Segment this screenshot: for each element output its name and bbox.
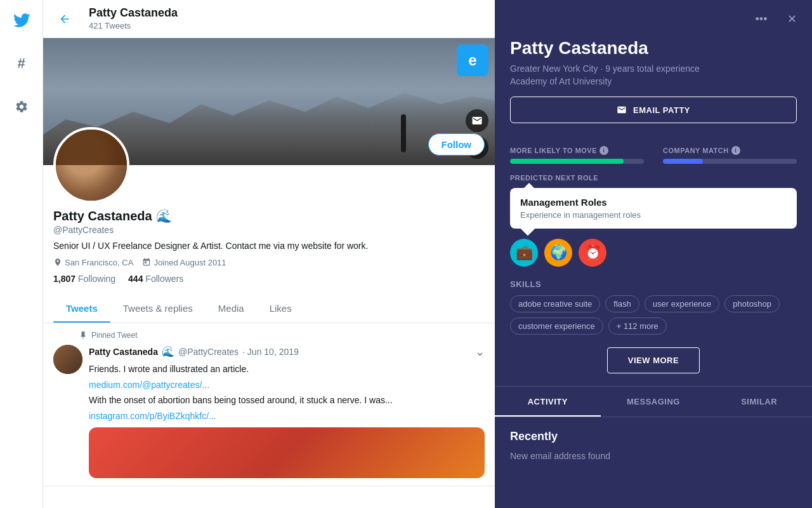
role-desc: Experience in management roles: [520, 210, 787, 220]
email-patty-button[interactable]: EMAIL PATTY: [510, 97, 797, 123]
skills-tags: adobe creative suite flash user experien…: [510, 295, 797, 335]
company-match-bar-fill: [663, 159, 703, 164]
cover-logo-badge: e: [457, 44, 488, 76]
role-tooltip: Management Roles Experience in managemen…: [510, 188, 797, 229]
role-name: Management Roles: [520, 197, 787, 208]
avatar: [53, 127, 129, 203]
profile-joined: Joined August 2011: [142, 258, 226, 267]
company-match-bar: [663, 159, 797, 164]
tweet-author-emoji: 🌊: [162, 345, 174, 358]
tweet-link1[interactable]: medium.com/@pattycreates/...: [89, 380, 485, 390]
profile-tabs: Tweets Tweets & replies Media Likes: [43, 294, 495, 323]
more-likely-info-icon[interactable]: i: [599, 146, 608, 155]
tweet-author-handle: @PattyCreates: [178, 347, 239, 357]
tab-tweets[interactable]: Tweets: [53, 294, 110, 323]
right-panel-header: ••• ✕: [495, 0, 812, 38]
panel-tabs: ACTIVITY MESSAGING SIMILAR: [495, 386, 812, 417]
tweet-user: Patty Castaneda 🌊 @PattyCreates · Jun 10…: [89, 345, 299, 358]
header-user-info: Patty Castaneda 421 Tweets: [89, 6, 178, 31]
tweet-text1: Friends. I wrote and illustrated an arti…: [89, 363, 485, 376]
profile-meta: San Francisco, CA Joined August 2011: [53, 258, 485, 267]
skill-adobe[interactable]: adobe creative suite: [510, 295, 600, 312]
role-icons: 💼 🌍 ⏰: [495, 239, 812, 267]
tweet-avatar: [53, 345, 82, 374]
profile-bio: Senior UI / UX Freelance Designer & Arti…: [53, 240, 485, 253]
panel-tab-activity[interactable]: ACTIVITY: [495, 387, 601, 417]
panel-more-button[interactable]: •••: [751, 9, 771, 29]
back-button[interactable]: [53, 8, 76, 30]
tweet-image: [89, 427, 485, 478]
avatar-container: Follow: [53, 127, 485, 203]
panel-location: Greater New York City · 9 years total ex…: [510, 64, 797, 74]
email-icon: [617, 105, 627, 115]
pinned-label: Pinned Tweet: [53, 331, 485, 340]
followers-stat[interactable]: 444 Followers: [128, 274, 183, 284]
profile-name: Patty Castaneda 🌊: [53, 208, 485, 224]
tab-likes[interactable]: Likes: [257, 294, 304, 323]
recently-label: Recently: [510, 430, 797, 443]
settings-icon[interactable]: [9, 94, 34, 119]
more-likely-bar-fill: [510, 159, 624, 164]
skills-section: SKILLS adobe creative suite flash user e…: [495, 279, 812, 335]
tweet-more-icon[interactable]: ⌄: [475, 345, 485, 359]
header-username: Patty Castaneda: [89, 6, 178, 20]
panel-close-button[interactable]: ✕: [782, 9, 802, 29]
tweet-row: Patty Castaneda 🌊 @PattyCreates · Jun 10…: [53, 345, 485, 478]
tab-replies[interactable]: Tweets & replies: [110, 294, 206, 323]
panel-name: Patty Castaneda: [510, 38, 797, 58]
main-content: Patty Castaneda 421 Tweets e: [43, 0, 495, 508]
twitter-logo-icon[interactable]: [9, 8, 34, 33]
more-likely-indicator: MORE LIKELY TO MOVE i: [510, 146, 644, 164]
skill-more[interactable]: + 112 more: [608, 318, 667, 335]
tweet-content: Patty Castaneda 🌊 @PattyCreates · Jun 10…: [89, 345, 485, 478]
view-more-button[interactable]: VIEW MORE: [607, 347, 700, 373]
more-likely-bar: [510, 159, 644, 164]
profile-stats: 1,807 Following 444 Followers: [53, 274, 485, 284]
profile-header-bar: Patty Castaneda 421 Tweets: [43, 0, 495, 38]
tweet-link2[interactable]: instagram.com/p/ByiBZkqhkfc/...: [89, 411, 485, 421]
profile-location: San Francisco, CA: [53, 258, 133, 267]
skill-photoshop[interactable]: photoshop: [724, 295, 780, 312]
role-icon-briefcase[interactable]: 💼: [510, 239, 538, 267]
profile-handle: @PattyCreates: [53, 225, 485, 235]
tweet-date: · Jun 10, 2019: [242, 347, 299, 357]
panel-tab-similar[interactable]: SIMILAR: [706, 387, 812, 417]
following-stat[interactable]: 1,807 Following: [53, 274, 115, 284]
right-panel: ••• ✕ Patty Castaneda Greater New York C…: [495, 0, 812, 508]
more-likely-label: MORE LIKELY TO MOVE i: [510, 146, 644, 155]
follow-button[interactable]: Follow: [428, 133, 485, 156]
profile-emoji: 🌊: [156, 208, 172, 224]
panel-tab-messaging[interactable]: MESSAGING: [601, 387, 707, 417]
panel-profile: Patty Castaneda Greater New York City · …: [495, 38, 812, 146]
activity-section: Recently New email address found: [495, 417, 812, 474]
header-tweet-count: 421 Tweets: [89, 21, 131, 30]
indicators-row: MORE LIKELY TO MOVE i COMPANY MATCH i: [495, 146, 812, 164]
role-icon-globe[interactable]: 🌍: [544, 239, 572, 267]
sidebar: #: [0, 0, 43, 508]
skills-title: SKILLS: [510, 279, 797, 289]
tab-media[interactable]: Media: [206, 294, 257, 323]
company-match-info-icon[interactable]: i: [731, 146, 740, 155]
company-match-indicator: COMPANY MATCH i: [663, 146, 797, 164]
company-match-label: COMPANY MATCH i: [663, 146, 797, 155]
role-icon-alarm[interactable]: ⏰: [579, 239, 606, 267]
tweet-author-name: Patty Castaneda: [89, 347, 158, 357]
activity-item: New email address found: [510, 451, 797, 461]
panel-education: Academy of Art University: [510, 76, 797, 86]
skill-ux[interactable]: user experience: [645, 295, 720, 312]
skill-cx[interactable]: customer experience: [510, 318, 603, 335]
tweet-header: Patty Castaneda 🌊 @PattyCreates · Jun 10…: [89, 345, 485, 359]
predicted-role-label: PREDICTED NEXT ROLE: [495, 174, 812, 182]
skill-flash[interactable]: flash: [605, 295, 639, 312]
explore-icon[interactable]: #: [9, 51, 34, 76]
tweet-container: Pinned Tweet Patty Castaneda 🌊 @PattyCre…: [43, 323, 495, 486]
tweet-text2: With the onset of abortion bans being to…: [89, 394, 485, 407]
profile-section: Follow Patty Castaneda 🌊 @PattyCreates S…: [43, 127, 495, 294]
